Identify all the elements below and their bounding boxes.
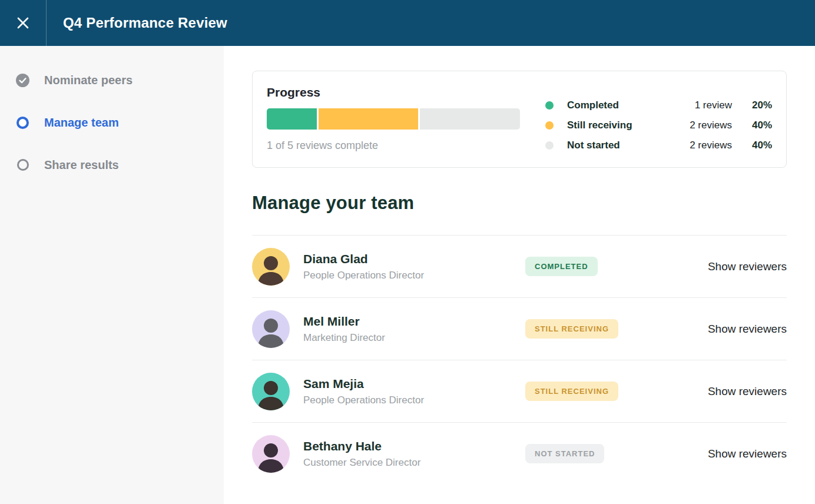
sidebar-item-label: Nominate peers	[44, 74, 132, 87]
section-title: Manage your team	[252, 193, 787, 214]
sidebar-item-label: Manage team	[44, 116, 119, 130]
member-title: Customer Service Director	[303, 457, 525, 469]
legend-row-still-receiving: Still receiving 2 reviews 40%	[545, 120, 772, 131]
progress-card: Progress 1 of 5 reviews complete Complet…	[252, 71, 787, 168]
progress-segment-completed	[267, 108, 317, 130]
app-header: Q4 Performance Review	[0, 0, 815, 46]
legend-label: Not started	[567, 140, 620, 151]
steps-sidebar: Nominate peers Manage team Share results	[0, 46, 224, 504]
legend-count: 1 review	[619, 100, 732, 111]
team-list: Diana Glad People Operations Director CO…	[252, 235, 787, 485]
main-content: Progress 1 of 5 reviews complete Complet…	[224, 46, 815, 504]
completed-check-icon	[16, 74, 29, 87]
active-radio-icon	[16, 116, 29, 130]
progress-segment-still-receiving	[319, 108, 419, 130]
sidebar-item-label: Share results	[44, 158, 119, 172]
sidebar-item-nominate-peers[interactable]: Nominate peers	[16, 72, 224, 88]
avatar	[252, 310, 290, 348]
progress-segment-not-started	[420, 108, 520, 130]
table-row: Bethany Hale Customer Service Director N…	[252, 422, 787, 485]
status-badge: NOT STARTED	[525, 444, 604, 463]
show-reviewers-link[interactable]: Show reviewers	[708, 385, 787, 398]
legend-label: Still receiving	[567, 120, 632, 131]
progress-card-title: Progress	[267, 85, 520, 100]
table-row: Sam Mejia People Operations Director STI…	[252, 360, 787, 422]
legend-percent: 20%	[732, 100, 772, 111]
legend-row-not-started: Not started 2 reviews 40%	[545, 140, 772, 151]
legend-label: Completed	[567, 100, 619, 111]
member-title: People Operations Director	[303, 270, 525, 281]
sidebar-item-manage-team[interactable]: Manage team	[16, 114, 224, 131]
legend-percent: 40%	[732, 140, 772, 151]
legend-row-completed: Completed 1 review 20%	[545, 100, 772, 111]
member-name: Sam Mejia	[303, 377, 525, 391]
member-title: Marketing Director	[303, 332, 525, 344]
avatar	[252, 373, 290, 410]
status-badge: STILL RECEIVING	[525, 382, 618, 401]
progress-summary: 1 of 5 reviews complete	[267, 140, 520, 152]
still-receiving-dot-icon	[545, 121, 554, 130]
member-name: Diana Glad	[303, 252, 525, 266]
progress-legend: Completed 1 review 20% Still receiving 2…	[545, 85, 772, 152]
close-icon	[16, 16, 30, 30]
completed-dot-icon	[545, 101, 554, 110]
member-name: Mel Miller	[303, 314, 525, 329]
member-name: Bethany Hale	[303, 439, 525, 453]
close-button[interactable]	[0, 0, 47, 46]
show-reviewers-link[interactable]: Show reviewers	[708, 260, 787, 273]
status-badge: COMPLETED	[525, 257, 598, 276]
progress-bar	[267, 108, 520, 130]
radio-icon	[16, 158, 29, 172]
page-title: Q4 Performance Review	[47, 0, 227, 46]
legend-count: 2 reviews	[632, 120, 732, 131]
table-row: Mel Miller Marketing Director STILL RECE…	[252, 297, 787, 360]
member-title: People Operations Director	[303, 394, 525, 406]
avatar	[252, 435, 290, 473]
legend-count: 2 reviews	[620, 140, 732, 151]
legend-percent: 40%	[732, 120, 772, 131]
show-reviewers-link[interactable]: Show reviewers	[708, 447, 787, 460]
avatar	[252, 248, 290, 286]
sidebar-item-share-results[interactable]: Share results	[16, 157, 224, 173]
show-reviewers-link[interactable]: Show reviewers	[708, 323, 787, 336]
status-badge: STILL RECEIVING	[525, 319, 618, 339]
table-row: Diana Glad People Operations Director CO…	[252, 235, 787, 297]
not-started-dot-icon	[545, 141, 554, 150]
